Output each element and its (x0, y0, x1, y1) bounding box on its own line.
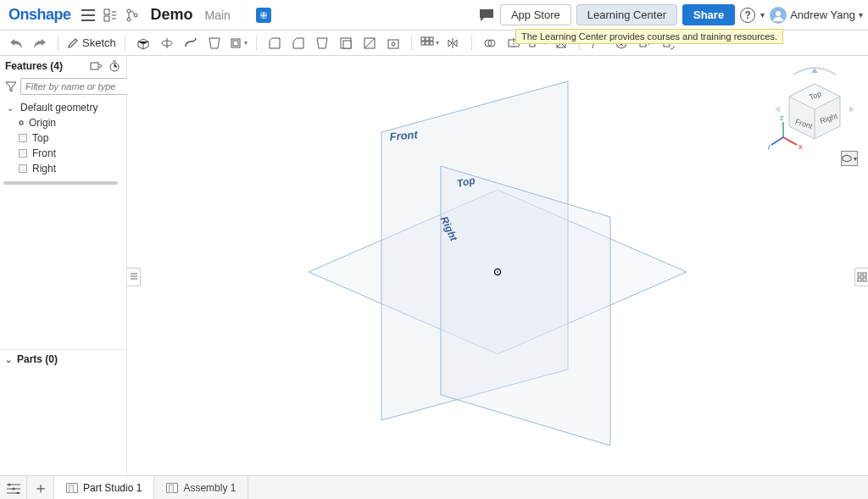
svg-text:x: x (798, 142, 803, 151)
tree-settings-icon[interactable] (102, 7, 119, 24)
svg-rect-1 (104, 16, 109, 21)
sweep-icon[interactable] (181, 34, 200, 53)
feature-scroll-thumb[interactable] (3, 181, 118, 185)
tree-item-top[interactable]: Top (0, 130, 126, 146)
tree-item-origin[interactable]: Origin (0, 115, 126, 130)
svg-text:z: z (780, 114, 784, 122)
tab-part-studio[interactable]: Part Studio 1 (54, 476, 154, 499)
features-header-label: Features (4) (5, 60, 63, 72)
svg-rect-12 (388, 40, 398, 48)
tree-item-label: Origin (29, 117, 56, 129)
user-name: Andrew Yang (790, 8, 855, 21)
rib-icon[interactable] (360, 34, 379, 53)
draft-icon[interactable] (313, 34, 331, 53)
svg-point-5 (776, 11, 781, 16)
share-button[interactable]: Share (682, 4, 735, 25)
svg-point-35 (497, 271, 498, 273)
svg-point-3 (127, 18, 131, 21)
tab-label: Part Studio 1 (83, 482, 142, 494)
svg-point-13 (392, 42, 395, 46)
tab-assembly[interactable]: Assembly 1 (154, 476, 248, 499)
features-header: Features (4) (0, 56, 126, 76)
revolve-icon[interactable] (158, 34, 176, 53)
svg-point-2 (127, 9, 131, 13)
plane-icon (19, 134, 27, 142)
document-title[interactable]: Demo (151, 6, 193, 24)
sidebar-collapse-handle[interactable] (127, 268, 141, 286)
boolean-icon[interactable] (481, 34, 499, 53)
sketch-label: Sketch (82, 36, 116, 49)
3d-viewport[interactable]: Front Top Right Top Front Right (127, 56, 868, 475)
rollback-icon[interactable] (89, 59, 103, 73)
svg-rect-29 (91, 63, 98, 69)
svg-text:y: y (768, 142, 771, 151)
tree-root-default-geometry[interactable]: ⌄ Default geometry (0, 100, 126, 115)
redo-icon[interactable] (31, 34, 49, 53)
right-panel-handle[interactable] (854, 268, 868, 286)
parts-header-label: Parts (0) (17, 353, 58, 365)
linear-pattern-icon[interactable] (420, 34, 439, 53)
feature-sidebar: Features (4) ⌄ Default geometry (0, 56, 127, 475)
tab-bar: ＋ Part Studio 1 Assembly 1 (0, 475, 868, 499)
plane-icon (19, 149, 27, 158)
menu-icon[interactable] (80, 7, 97, 24)
app-store-button[interactable]: App Store (500, 4, 571, 25)
svg-line-44 (771, 137, 783, 145)
extrude-icon[interactable] (134, 34, 153, 53)
svg-point-4 (134, 14, 137, 17)
svg-rect-10 (343, 41, 351, 48)
plane-icon (19, 164, 27, 173)
thicken-icon[interactable] (229, 34, 248, 53)
feature-tree: ⌄ Default geometry Origin Top Front Righ… (0, 100, 126, 176)
comments-icon[interactable] (478, 7, 495, 24)
tree-item-label: Right (32, 163, 56, 175)
user-dropdown-caret: ▾ (859, 10, 863, 19)
svg-rect-51 (863, 278, 866, 281)
help-icon[interactable]: ? (740, 8, 755, 23)
svg-rect-0 (104, 9, 109, 14)
version-graph-icon[interactable] (124, 7, 141, 24)
hole-icon[interactable] (384, 34, 403, 53)
tree-root-label: Default geometry (20, 102, 97, 114)
part-studio-icon (66, 483, 78, 493)
svg-point-53 (12, 487, 14, 490)
tree-item-label: Top (32, 132, 48, 144)
pencil-icon (67, 37, 79, 49)
svg-point-52 (8, 483, 10, 485)
user-avatar-icon (770, 7, 787, 24)
loft-icon[interactable] (205, 34, 224, 53)
learning-center-button[interactable]: Learning Center (576, 4, 677, 25)
origin-icon (19, 120, 24, 125)
display-mode-button[interactable] (841, 151, 858, 166)
undo-icon[interactable] (7, 34, 25, 53)
app-logo[interactable]: Onshape (5, 6, 75, 24)
workspace-name[interactable]: Main (205, 8, 231, 22)
fillet-icon[interactable] (265, 34, 284, 53)
learning-center-tooltip: The Learning Center provides courses and… (515, 29, 783, 44)
tab-manager-icon[interactable] (0, 476, 27, 499)
svg-rect-48 (858, 273, 861, 276)
tree-item-right[interactable]: Right (0, 161, 126, 176)
svg-rect-17 (421, 42, 425, 45)
tree-item-front[interactable]: Front (0, 146, 126, 161)
add-tab-button[interactable]: ＋ (27, 476, 54, 499)
plane-label-front: Front (389, 128, 419, 143)
assembly-icon (166, 483, 178, 493)
tab-label: Assembly 1 (183, 482, 236, 494)
help-dropdown-caret[interactable]: ▾ (760, 10, 765, 19)
svg-rect-8 (233, 41, 238, 46)
sketch-button[interactable]: Sketch (67, 36, 116, 49)
user-menu[interactable]: Andrew Yang ▾ (770, 7, 863, 24)
stopwatch-icon[interactable] (108, 59, 121, 73)
filter-icon[interactable] (5, 80, 17, 93)
chevron-down-icon: ⌄ (7, 103, 15, 113)
tree-item-label: Front (32, 147, 56, 159)
svg-rect-50 (858, 278, 861, 281)
parts-header[interactable]: ⌄ Parts (0) (0, 349, 126, 369)
mirror-icon[interactable] (444, 34, 463, 53)
shell-icon[interactable] (337, 34, 355, 53)
featurescript-notice-icon[interactable] (256, 8, 271, 23)
svg-rect-19 (430, 42, 433, 45)
chamfer-icon[interactable] (289, 34, 308, 53)
svg-point-54 (16, 491, 19, 494)
